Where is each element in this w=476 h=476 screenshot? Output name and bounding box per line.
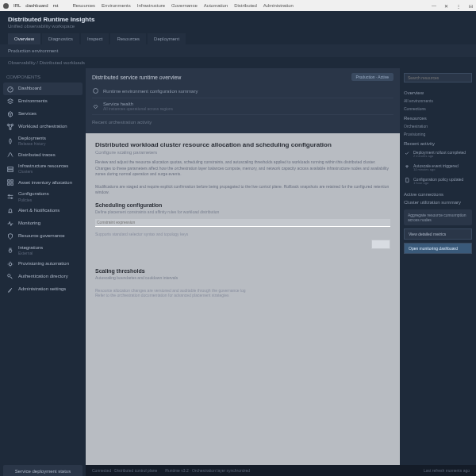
check-icon — [404, 150, 410, 156]
sidebar-item-label: Provisioning automation — [18, 261, 69, 267]
restore-icon[interactable]: ⊟ — [469, 3, 473, 9]
tab-diagnostics[interactable]: Diagnostics — [42, 33, 79, 44]
sidebar-item-label: Administration settings — [18, 286, 66, 292]
menu-item[interactable]: Distributed — [234, 3, 257, 8]
panel-body: Modifications are staged and require exp… — [95, 184, 390, 196]
rb-heading: Overview — [404, 90, 472, 95]
panel-title: Distributed workload cluster resource al… — [95, 141, 390, 148]
search-input[interactable] — [404, 73, 472, 83]
right-panel: Overview All environments Connections Re… — [400, 68, 476, 476]
page-title: Distributed Runtime Insights — [8, 16, 468, 23]
window-titlebar: IRL dashboard rst Resources Environments… — [0, 0, 476, 11]
app-menu: Resources Environments Infrastructure Go… — [72, 3, 293, 8]
sidebar-footer-button[interactable]: Service deployment status — [3, 465, 83, 476]
tab-deployment[interactable]: Deployment — [148, 33, 186, 44]
sidebar-heading: Components — [3, 73, 83, 83]
close-icon[interactable]: ✕ — [444, 3, 448, 9]
sidebar-item-label: DeploymentsRelease history — [18, 136, 46, 146]
rb-link[interactable]: Provisioning — [404, 130, 472, 138]
sidebar-item-layers[interactable]: Environments — [3, 95, 83, 108]
subheader: Production environment — [0, 44, 476, 57]
sidebar-item-label: Asset inventory allocation — [18, 180, 72, 186]
page-subtitle: Unified observability workspace — [8, 24, 468, 29]
cube-icon — [6, 110, 14, 118]
sidebar-item-key[interactable]: Authentication directory — [3, 271, 83, 283]
open-dashboard-button[interactable]: Open monitoring dashboard — [404, 243, 472, 254]
menu-item[interactable]: Administration — [263, 3, 294, 8]
nodes-icon — [6, 123, 14, 131]
sidebar-item-cube[interactable]: Services — [3, 108, 83, 121]
main-title: Distributed service runtime overview — [92, 75, 181, 80]
rb-link[interactable]: All environments — [404, 97, 472, 105]
minimize-icon[interactable]: — — [432, 3, 436, 9]
status-badge: Production · Active — [351, 73, 393, 81]
menu-item[interactable]: Environments — [102, 3, 131, 8]
tab-overview[interactable]: Overview — [8, 33, 40, 44]
tab-resources[interactable]: Resources — [110, 33, 146, 44]
server-icon — [6, 165, 14, 173]
sidebar-item-label: Authentication directory — [18, 274, 68, 279]
sidebar-item-wrench[interactable]: Administration settings — [3, 283, 83, 296]
sidebar-item-server[interactable]: Infrastructure resourcesClusters — [3, 161, 83, 176]
apply-button[interactable] — [371, 240, 390, 249]
header-tabs: Overview Diagnostics Inspect Resources D… — [8, 33, 468, 44]
svg-rect-5 — [8, 170, 13, 172]
menu-item[interactable]: Infrastructure — [137, 3, 165, 8]
menu-item[interactable]: Automation — [204, 3, 228, 8]
sidebar-item-label: Distributed traces — [18, 152, 56, 158]
doc-ext: rst — [53, 3, 59, 8]
info-row: Service health All instances operational… — [92, 98, 393, 115]
sidebar-item-grid[interactable]: Asset inventory allocation — [3, 176, 83, 189]
wrench-icon — [6, 286, 14, 294]
svg-point-12 — [9, 263, 11, 265]
panel-line: Define placement constraints and affinit… — [95, 209, 390, 214]
sidebar-item-shield[interactable]: Resource governance — [3, 230, 83, 243]
gauge-icon — [6, 85, 14, 93]
svg-rect-4 — [8, 167, 13, 169]
panel-section-heading: Scaling thresholds — [95, 268, 390, 274]
pulse-icon — [6, 220, 14, 228]
tab-inspect[interactable]: Inspect — [81, 33, 109, 44]
menu-item[interactable]: Resources — [72, 3, 95, 8]
app-header: Distributed Runtime Insights Unified obs… — [0, 11, 476, 44]
sidebar-item-nodes[interactable]: Workload orchestration — [3, 121, 83, 133]
menu-item[interactable]: Governance — [171, 3, 198, 8]
sidebar-item-gear[interactable]: Provisioning automation — [3, 258, 83, 271]
status-bar: Connected · Distributed control plane Ru… — [86, 465, 476, 476]
panel-line: Autoscaling boundaries and cooldown inte… — [95, 275, 390, 280]
activity-label: Autoscale event triggered14 minutes ago — [413, 163, 459, 172]
app-name: IRL — [13, 3, 21, 8]
heart-icon — [92, 103, 99, 110]
sidebar-item-label: Workload orchestration — [18, 124, 67, 129]
sidebar-item-plug[interactable]: IntegrationsExternal — [3, 243, 83, 258]
status-connection: Connected · Distributed control plane — [92, 468, 157, 473]
svg-rect-9 — [11, 183, 13, 186]
sidebar-item-gauge[interactable]: Dashboard — [3, 83, 83, 95]
sidebar-item-label: Resource governance — [18, 233, 65, 239]
breadcrumb: Observability / Distributed workloads — [0, 57, 476, 68]
activity-item[interactable]: Configuration policy updated1 hour ago — [404, 175, 472, 188]
sidebar-item-route[interactable]: Distributed traces — [3, 148, 83, 161]
rb-stat-label: Active connections — [404, 192, 472, 197]
activity-item[interactable]: Deployment rollout completed2 minutes ag… — [404, 148, 472, 161]
sidebar-item-sliders[interactable]: ConfigurationsPolicies — [3, 189, 83, 204]
sidebar-item-pulse[interactable]: Monitoring — [3, 217, 83, 230]
sidebar-item-label: Services — [18, 111, 36, 117]
sidebar-item-label: Alert & Notifications — [18, 208, 60, 213]
panel-subtitle: Configure scaling parameters — [95, 150, 390, 155]
rb-link[interactable]: Orchestration — [404, 122, 472, 130]
panel-body: Review and adjust the resource allocatio… — [95, 159, 390, 178]
more-icon[interactable]: ⋮ — [456, 3, 461, 9]
layers-icon — [6, 98, 14, 106]
constraint-input[interactable] — [95, 219, 390, 227]
activity-item[interactable]: Autoscale event triggered14 minutes ago — [404, 161, 472, 175]
sidebar-item-bell[interactable]: Alert & Notifications — [3, 205, 83, 217]
grid-icon — [6, 178, 14, 186]
section-label: Recent orchestration activity — [92, 120, 393, 125]
rb-link[interactable]: Connections — [404, 105, 472, 113]
sidebar-item-label: Infrastructure resourcesClusters — [18, 163, 68, 174]
sidebar-item-rocket[interactable]: DeploymentsRelease history — [3, 133, 83, 148]
activity-label: Deployment rollout completed2 minutes ag… — [413, 150, 466, 159]
view-metrics-button[interactable]: View detailed metrics — [404, 228, 472, 240]
info-label: Service health All instances operational… — [103, 102, 173, 111]
